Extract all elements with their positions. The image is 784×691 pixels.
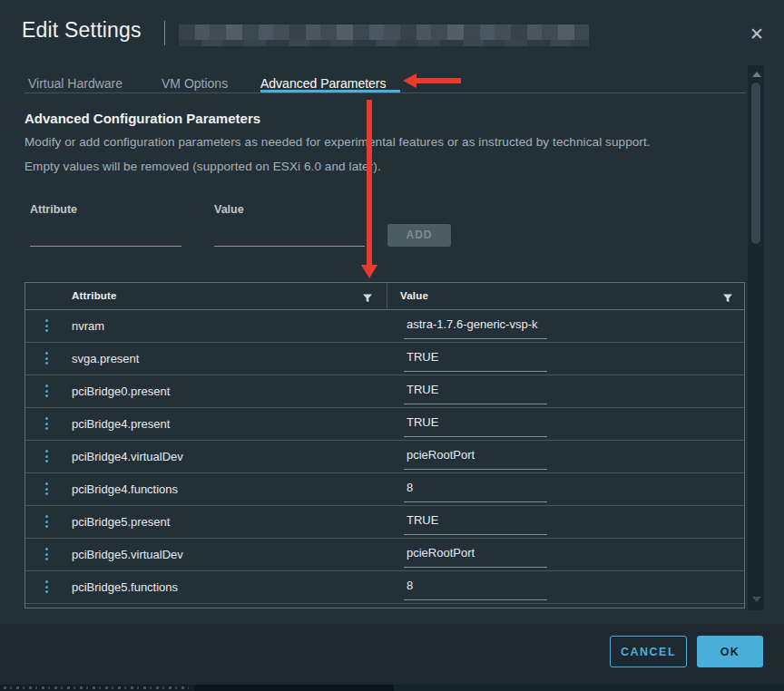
row-actions-icon[interactable]: [45, 548, 48, 560]
value-input[interactable]: [214, 227, 365, 247]
table-row: nvram astra-1.7.6-generic-vsp-k: [25, 310, 744, 343]
row-value-input[interactable]: TRUE: [404, 383, 547, 404]
section-description-line1: Modify or add configuration parameters a…: [24, 135, 651, 149]
red-arrow-head-down: [361, 265, 377, 278]
tab-advanced-parameters[interactable]: Advanced Parameters: [260, 76, 387, 91]
scrollbar-down-icon[interactable]: [752, 597, 761, 602]
row-attribute: pciBridge5.present: [72, 515, 170, 529]
redaction-pixels: [179, 40, 589, 46]
row-attribute: pciBridge0.present: [72, 384, 170, 398]
row-attribute: pciBridge4.functions: [72, 482, 178, 496]
vm-name-redacted: [179, 24, 589, 46]
table-row: pciBridge0.present TRUE: [25, 375, 744, 408]
row-actions-icon[interactable]: [45, 352, 48, 365]
filter-icon[interactable]: [362, 291, 373, 302]
row-attribute: pciBridge4.present: [72, 417, 170, 431]
ok-button[interactable]: OK: [697, 636, 763, 667]
tab-virtual-hardware[interactable]: Virtual Hardware: [28, 76, 122, 91]
table-row: pciBridge5.functions 8: [25, 571, 744, 604]
row-value-input[interactable]: pcieRootPort: [404, 448, 547, 470]
taskbar-segment: [194, 685, 394, 691]
title-separator: [164, 21, 165, 45]
parameters-table: Attribute Value nvram astra-1.7.6-generi…: [24, 282, 745, 608]
table-row: pciBridge4.virtualDev pcieRootPort: [25, 441, 744, 473]
table-header-row: Attribute Value: [25, 283, 744, 310]
section-heading: Advanced Configuration Parameters: [24, 111, 260, 126]
tabs-divider: [24, 92, 746, 93]
row-value-input[interactable]: TRUE: [404, 513, 547, 535]
row-value-input[interactable]: pcieRootPort: [404, 546, 547, 568]
column-header-attribute: Attribute: [72, 290, 117, 301]
row-value-input[interactable]: TRUE: [404, 350, 547, 372]
taskbar-segment: [394, 685, 784, 691]
add-button[interactable]: ADD: [387, 224, 451, 247]
close-icon[interactable]: ✕: [744, 22, 769, 47]
scrollbar-up-icon[interactable]: [752, 72, 761, 77]
row-actions-icon[interactable]: [45, 515, 48, 528]
row-actions-icon[interactable]: [45, 450, 48, 462]
cancel-button[interactable]: CANCEL: [610, 636, 687, 667]
row-attribute: nvram: [72, 319, 104, 333]
section-description-line2: Empty values will be removed (supported …: [24, 160, 381, 173]
redaction-pixels: [179, 24, 589, 40]
scrollbar-thumb[interactable]: [751, 83, 760, 244]
row-actions-icon[interactable]: [45, 384, 48, 397]
red-arrow-to-advanced-parameters-tab: [416, 78, 461, 83]
row-attribute: svga.present: [72, 352, 139, 365]
row-value-input[interactable]: 8: [404, 579, 547, 600]
row-actions-icon[interactable]: [45, 482, 48, 495]
table-row: pciBridge4.present TRUE: [25, 408, 744, 441]
table-row: pciBridge5.virtualDev pcieRootPort: [25, 539, 744, 571]
row-value-input[interactable]: 8: [404, 481, 547, 502]
row-value-input[interactable]: TRUE: [404, 415, 547, 437]
taskbar-peek: [0, 685, 784, 691]
attribute-input[interactable]: [30, 227, 181, 247]
table-body: nvram astra-1.7.6-generic-vsp-k svga.pre…: [25, 310, 744, 604]
dialog-footer: CANCEL OK: [0, 624, 784, 685]
row-value-input[interactable]: astra-1.7.6-generic-vsp-k: [404, 317, 547, 339]
filter-icon[interactable]: [722, 291, 733, 302]
red-arrow-head-left: [403, 73, 416, 88]
table-row: svga.present TRUE: [25, 343, 744, 375]
row-actions-icon[interactable]: [45, 319, 48, 332]
value-field-label: Value: [214, 203, 244, 216]
table-row: pciBridge4.functions 8: [25, 473, 744, 506]
tab-vm-options[interactable]: VM Options: [162, 76, 228, 91]
table-row: pciBridge5.present TRUE: [25, 506, 744, 539]
taskbar-blur-marks: [4, 686, 189, 689]
row-attribute: pciBridge5.functions: [72, 580, 178, 594]
column-divider: [387, 283, 387, 310]
row-actions-icon[interactable]: [45, 580, 48, 593]
attribute-field-label: Attribute: [30, 203, 77, 216]
page-title: Edit Settings: [22, 18, 142, 43]
column-header-value: Value: [400, 290, 428, 301]
edit-settings-dialog: Edit Settings ✕ Virtual Hardware VM Opti…: [0, 0, 784, 691]
row-attribute: pciBridge4.virtualDev: [72, 450, 183, 463]
row-attribute: pciBridge5.virtualDev: [72, 548, 183, 561]
red-arrow-to-attribute-filter: [367, 100, 372, 266]
row-actions-icon[interactable]: [45, 417, 48, 430]
